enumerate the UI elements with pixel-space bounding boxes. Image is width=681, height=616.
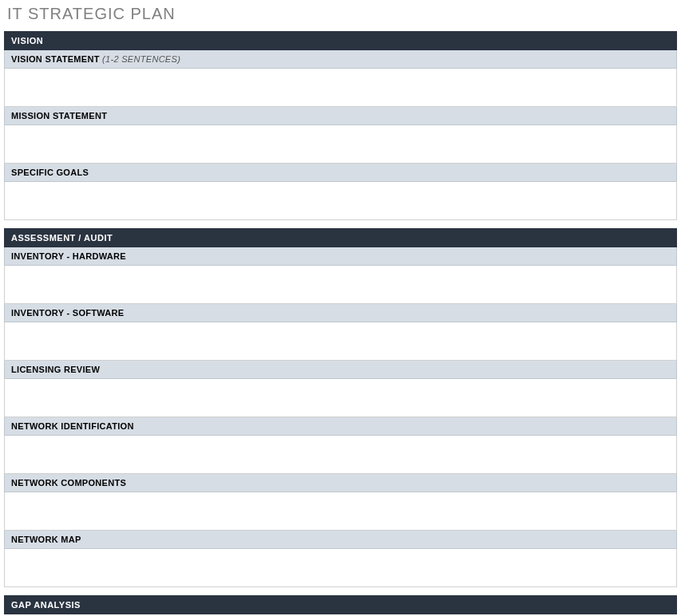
- section-header-vision: VISION: [4, 31, 677, 50]
- licensing-review-field[interactable]: [4, 379, 677, 417]
- network-map-field[interactable]: [4, 549, 677, 587]
- subheader-network-components: NETWORK COMPONENTS: [4, 474, 677, 492]
- page-title: IT STRATEGIC PLAN: [4, 0, 677, 31]
- subheader-network-identification: NETWORK IDENTIFICATION: [4, 417, 677, 436]
- section-header-assessment: ASSESSMENT / AUDIT: [4, 228, 677, 247]
- subheader-inventory-software: INVENTORY - SOFTWARE: [4, 304, 677, 322]
- specific-goals-field[interactable]: [4, 182, 677, 220]
- network-identification-field[interactable]: [4, 436, 677, 474]
- subheader-licensing-review: LICENSING REVIEW: [4, 361, 677, 379]
- subheader-inventory-hardware: INVENTORY - HARDWARE: [4, 247, 677, 266]
- inventory-software-field[interactable]: [4, 322, 677, 361]
- vision-statement-label: VISION STATEMENT: [11, 54, 100, 64]
- subheader-specific-goals: SPECIFIC GOALS: [4, 164, 677, 182]
- network-components-field[interactable]: [4, 492, 677, 531]
- subheader-network-map: NETWORK MAP: [4, 531, 677, 549]
- subheader-vision-statement: VISION STATEMENT (1-2 SENTENCES): [4, 50, 677, 69]
- vision-statement-hint: (1-2 SENTENCES): [102, 54, 180, 64]
- inventory-hardware-field[interactable]: [4, 266, 677, 304]
- subheader-mission-statement: MISSION STATEMENT: [4, 107, 677, 125]
- section-header-gap-analysis: GAP ANALYSIS: [4, 595, 677, 614]
- vision-statement-field[interactable]: [4, 69, 677, 107]
- mission-statement-field[interactable]: [4, 125, 677, 164]
